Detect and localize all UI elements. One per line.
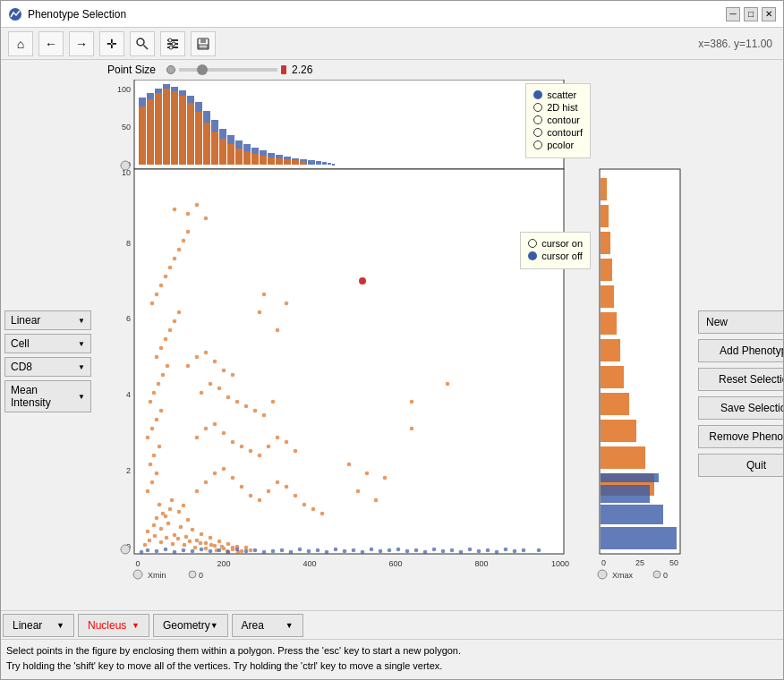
svg-point-219	[200, 548, 204, 552]
svg-point-242	[405, 549, 410, 554]
main-window: Phenotype Selection ─ □ ✕ ⌂ ← → ✛	[0, 0, 784, 680]
legend-pcolor[interactable]: pcolor	[533, 140, 583, 150]
svg-point-137	[204, 480, 209, 485]
point-size-slider[interactable]	[179, 68, 277, 72]
svg-point-96	[209, 536, 213, 540]
area-tab[interactable]: Area ▼	[232, 614, 303, 637]
svg-point-141	[240, 485, 244, 489]
tab-arrow-icon: ▼	[210, 621, 218, 630]
svg-point-181	[356, 489, 361, 494]
svg-point-218	[191, 549, 195, 554]
maximize-button[interactable]: □	[744, 7, 758, 21]
cd8-dropdown[interactable]: CD8 ▼	[4, 357, 91, 377]
circle-icon	[533, 140, 542, 149]
legend-contour[interactable]: contour	[533, 115, 583, 125]
mean-intensity-dropdown[interactable]: Mean Intensity ▼	[4, 380, 91, 412]
svg-point-1	[137, 38, 144, 46]
nucleus-tab[interactable]: Nucleus ▼	[78, 614, 149, 637]
remove-phenotype-button[interactable]: Remove Phenotype	[698, 425, 783, 448]
main-svg-plot[interactable]: 100 50 0 10 8 6 4 2 0	[98, 80, 689, 581]
svg-rect-52	[243, 151, 251, 165]
svg-point-166	[226, 395, 231, 400]
back-button[interactable]: ←	[38, 31, 64, 56]
svg-point-89	[173, 533, 177, 538]
svg-point-87	[159, 527, 164, 531]
svg-rect-55	[268, 157, 275, 165]
svg-point-185	[446, 382, 450, 387]
slider-marker	[281, 65, 286, 74]
svg-point-142	[249, 494, 253, 498]
svg-rect-53	[251, 154, 259, 165]
quit-button[interactable]: Quit	[698, 454, 783, 477]
svg-point-212	[140, 550, 144, 555]
svg-point-124	[168, 328, 173, 333]
window-title: Phenotype Selection	[28, 8, 126, 21]
status-line-2: Try holding the 'shift' key to move all …	[6, 659, 778, 674]
save-button[interactable]	[191, 31, 216, 56]
svg-text:200: 200	[217, 559, 230, 568]
xmin-slider-inner[interactable]	[189, 571, 196, 578]
forward-button[interactable]: →	[69, 31, 94, 56]
xmax-slider-thumb[interactable]	[598, 570, 607, 579]
zoom-button[interactable]	[130, 31, 155, 56]
cursor-on-item[interactable]: cursor on	[528, 238, 583, 249]
chevron-down-icon: ▼	[78, 393, 85, 401]
legend-box: scatter 2D hist contour contourf	[525, 83, 591, 158]
xmin-slider-thumb[interactable]	[133, 570, 142, 579]
svg-rect-10	[200, 38, 206, 43]
close-button[interactable]: ✕	[762, 7, 776, 21]
new-button[interactable]: New ↵	[698, 310, 783, 334]
home-button[interactable]: ⌂	[8, 31, 33, 56]
svg-point-6	[168, 38, 172, 42]
svg-point-110	[152, 454, 157, 458]
svg-point-247	[450, 548, 455, 553]
legend-contourf[interactable]: contourf	[533, 127, 583, 138]
svg-point-234	[334, 548, 338, 552]
svg-point-119	[161, 373, 166, 378]
move-button[interactable]: ✛	[99, 31, 124, 56]
toolbar: ⌂ ← → ✛	[1, 28, 783, 60]
add-phenotype-button[interactable]: Add Phenotype	[698, 339, 783, 362]
svg-point-114	[155, 418, 159, 422]
svg-point-174	[204, 351, 209, 355]
svg-point-88	[166, 522, 171, 526]
svg-rect-49	[219, 139, 226, 165]
svg-point-236	[352, 548, 356, 553]
cursor-off-item[interactable]: cursor off	[528, 251, 583, 261]
svg-text:Xmin: Xmin	[148, 571, 166, 580]
svg-rect-58	[292, 160, 299, 165]
svg-rect-267	[601, 232, 610, 254]
svg-point-168	[244, 404, 249, 409]
settings-button[interactable]	[160, 31, 185, 56]
cell-dropdown[interactable]: Cell ▼	[4, 334, 91, 353]
svg-point-173	[195, 355, 200, 360]
svg-text:0: 0	[199, 571, 203, 580]
legend-2dhist[interactable]: 2D hist	[533, 102, 583, 113]
svg-point-118	[157, 382, 161, 387]
reset-selection-button[interactable]: Reset Selection	[698, 368, 783, 391]
linear-dropdown[interactable]: Linear ▼	[4, 310, 91, 330]
svg-point-175	[213, 360, 217, 364]
svg-rect-265	[601, 285, 614, 308]
title-bar: Phenotype Selection ─ □ ✕	[1, 1, 783, 28]
linear-tab[interactable]: Linear ▼	[3, 614, 74, 637]
svg-rect-39	[139, 106, 146, 165]
left-slider-thumb[interactable]	[121, 545, 130, 554]
svg-text:50: 50	[669, 558, 678, 567]
svg-point-248	[459, 550, 464, 555]
geometry-tab[interactable]: Geometry ▼	[153, 614, 228, 637]
svg-point-160	[276, 436, 280, 440]
cursor-on-label: cursor on	[541, 238, 583, 249]
svg-rect-59	[300, 161, 305, 165]
svg-point-161	[285, 440, 289, 445]
svg-rect-37	[328, 163, 331, 165]
svg-point-183	[410, 400, 414, 404]
save-selection-button[interactable]: Save Selection	[698, 396, 783, 420]
svg-point-151	[195, 436, 200, 440]
svg-text:10: 10	[122, 168, 131, 177]
minimize-button[interactable]: ─	[726, 7, 740, 21]
svg-text:4: 4	[126, 390, 131, 399]
svg-point-125	[173, 319, 177, 324]
xmax-slider-inner[interactable]	[653, 571, 660, 578]
svg-point-159	[267, 445, 271, 449]
